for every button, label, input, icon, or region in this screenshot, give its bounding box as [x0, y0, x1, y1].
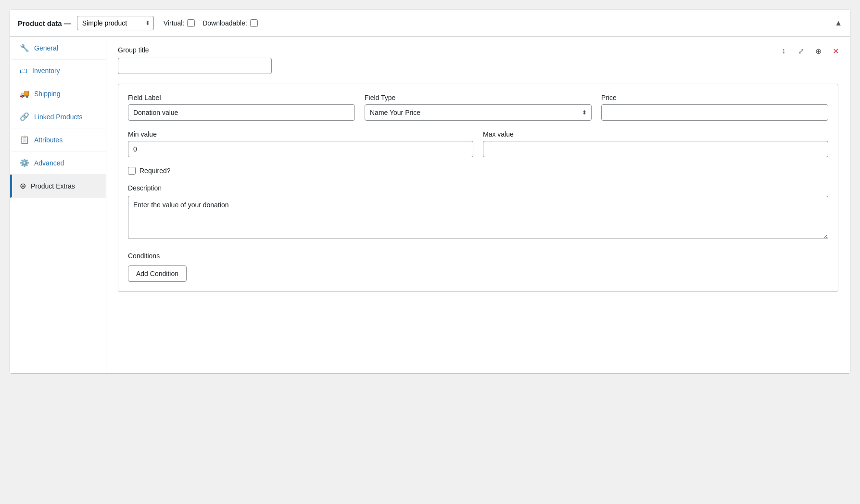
- minmax-row: Min value Max value: [128, 130, 828, 157]
- product-data-header: Product data — Simple product Virtual: D…: [10, 10, 850, 37]
- field-label-input[interactable]: [128, 104, 355, 121]
- price-label: Price: [601, 94, 828, 101]
- content-area: ↕ ⤢ ⊕ ✕ Group title Field Label: [106, 37, 850, 373]
- conditions-label: Conditions: [128, 252, 828, 260]
- product-data-title: Product data —: [18, 19, 71, 27]
- price-input[interactable]: [601, 104, 828, 121]
- virtual-text: Virtual:: [164, 19, 184, 27]
- plus-circle-icon: ⊕: [20, 181, 26, 190]
- sidebar: 🔧 General 🗃 Inventory 🚚 Shipping 🔗 Linke…: [10, 37, 106, 373]
- max-value-input[interactable]: [483, 141, 828, 157]
- sidebar-label-general: General: [34, 44, 98, 52]
- sidebar-item-inventory[interactable]: 🗃 Inventory: [10, 60, 106, 82]
- product-type-select[interactable]: Simple product: [77, 16, 154, 30]
- expand-icon-btn[interactable]: ⤢: [794, 44, 808, 58]
- max-value-label: Max value: [483, 130, 828, 138]
- field-type-group: Field Type Name Your Price Text Textarea…: [365, 94, 592, 121]
- sidebar-label-shipping: Shipping: [34, 90, 98, 98]
- add-icon-btn[interactable]: ⊕: [811, 44, 825, 58]
- attributes-icon: 📋: [20, 135, 29, 144]
- field-label-group: Field Label: [128, 94, 355, 121]
- min-value-label: Min value: [128, 130, 473, 138]
- field-section: Field Label Field Type Name Your Price T…: [118, 84, 838, 292]
- field-label-label: Field Label: [128, 94, 355, 101]
- content-action-icons: ↕ ⤢ ⊕ ✕: [777, 44, 842, 58]
- group-title-section: Group title: [118, 46, 838, 74]
- sidebar-label-advanced: Advanced: [34, 159, 98, 167]
- sidebar-item-linked-products[interactable]: 🔗 Linked Products: [10, 105, 106, 128]
- max-value-group: Max value: [483, 130, 828, 157]
- downloadable-text: Downloadable:: [202, 19, 247, 27]
- sidebar-item-shipping[interactable]: 🚚 Shipping: [10, 82, 106, 105]
- remove-icon-btn[interactable]: ✕: [829, 44, 842, 58]
- required-checkbox[interactable]: [128, 167, 136, 175]
- field-type-select[interactable]: Name Your Price Text Textarea Select Rad…: [365, 104, 592, 121]
- product-type-wrapper[interactable]: Simple product: [77, 16, 154, 30]
- downloadable-label[interactable]: Downloadable:: [202, 19, 258, 27]
- sidebar-item-product-extras[interactable]: ⊕ Product Extras: [10, 175, 106, 198]
- sidebar-label-attributes: Attributes: [34, 136, 98, 144]
- price-field-group: Price: [601, 94, 828, 121]
- field-type-select-wrapper: Name Your Price Text Textarea Select Rad…: [365, 104, 592, 121]
- wrench-icon: 🔧: [20, 43, 29, 52]
- link-icon: 🔗: [20, 112, 29, 121]
- required-row: Required?: [128, 167, 828, 175]
- sidebar-item-attributes[interactable]: 📋 Attributes: [10, 128, 106, 151]
- description-label: Description: [128, 184, 828, 192]
- conditions-section: Conditions Add Condition: [128, 252, 828, 282]
- group-title-input[interactable]: [118, 58, 272, 74]
- description-textarea[interactable]: Enter the value of your donation: [128, 196, 828, 239]
- virtual-downloadable-group: Virtual: Downloadable:: [164, 19, 258, 27]
- sidebar-item-general[interactable]: 🔧 General: [10, 37, 106, 60]
- inventory-icon: 🗃: [20, 66, 27, 75]
- group-title-label: Group title: [118, 46, 838, 54]
- virtual-checkbox[interactable]: [187, 19, 195, 27]
- description-section: Description Enter the value of your dona…: [128, 184, 828, 240]
- sidebar-item-advanced[interactable]: ⚙️ Advanced: [10, 151, 106, 175]
- sidebar-label-linked-products: Linked Products: [34, 113, 98, 121]
- sidebar-label-product-extras: Product Extras: [31, 182, 98, 190]
- collapse-arrow-icon[interactable]: ▲: [835, 19, 842, 27]
- virtual-label[interactable]: Virtual:: [164, 19, 195, 27]
- field-row: Field Label Field Type Name Your Price T…: [128, 94, 828, 121]
- sort-icon-btn[interactable]: ↕: [777, 44, 790, 58]
- product-data-body: 🔧 General 🗃 Inventory 🚚 Shipping 🔗 Linke…: [10, 37, 850, 373]
- add-condition-button[interactable]: Add Condition: [128, 265, 187, 282]
- min-value-input[interactable]: [128, 141, 473, 157]
- min-value-group: Min value: [128, 130, 473, 157]
- required-label: Required?: [139, 167, 171, 175]
- sidebar-label-inventory: Inventory: [32, 67, 98, 75]
- shipping-icon: 🚚: [20, 89, 29, 98]
- field-type-label: Field Type: [365, 94, 592, 101]
- downloadable-checkbox[interactable]: [250, 19, 258, 27]
- gear-icon: ⚙️: [20, 158, 29, 167]
